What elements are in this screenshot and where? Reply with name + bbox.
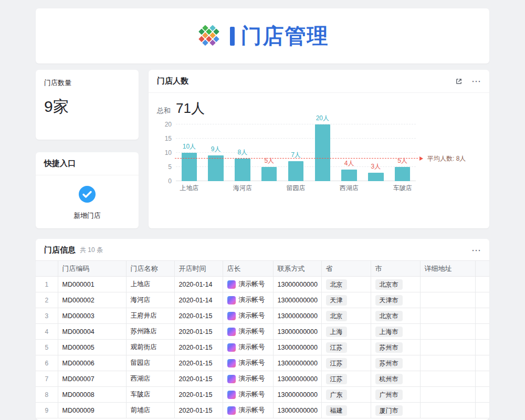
cell-row-index: 8 [36,387,58,403]
cell-extra [475,355,489,371]
bar-观前街店 [315,124,330,181]
manager-name: 演示帐号 [239,327,265,336]
cell-phone: 13000000000 [273,324,321,340]
open-in-new-icon[interactable] [455,77,463,86]
cell-province: 北京 [321,277,371,292]
cell-phone: 13000000000 [273,371,321,387]
bar-slot: 20人 [309,124,336,181]
bar-前埔店 [368,173,383,181]
bar-西湖店 [341,170,356,181]
cell-extra [475,324,489,340]
cell-store-code: MD000003 [58,308,126,324]
province-tag: 北京 [326,311,347,321]
column-header-市: 市 [371,261,420,277]
table-row: 2MD000002海河店2020-01-14演示帐号13000000000天津天… [36,292,489,308]
column-header-extra [475,261,489,277]
cell-city: 广州市 [371,387,420,403]
city-tag: 苏州市 [375,358,403,369]
manager-name: 演示帐号 [239,406,265,415]
header-banner: 门店管理 [36,8,489,64]
cell-address [420,371,475,387]
table-row: 5MD000005观前街店2020-01-15演示帐号13000000000江苏… [36,340,489,355]
cell-province: 北京 [321,308,371,324]
cell-phone: 13000000000 [273,355,321,371]
province-tag: 上海 [326,327,347,337]
cell-province: 广东 [321,387,371,403]
cell-manager: 演示帐号 [223,387,273,403]
cell-manager: 演示帐号 [223,371,273,387]
manager-name: 演示帐号 [239,296,265,304]
bar-王府井店 [208,155,223,181]
province-tag: 江苏 [326,374,347,384]
cell-manager: 演示帐号 [223,277,273,292]
store-count-title: 门店数量 [44,78,130,88]
city-tag: 广州市 [375,390,403,400]
cell-city: 苏州市 [371,355,420,371]
cell-row-index: 6 [36,355,58,371]
table-card-title: 门店信息 [44,245,76,255]
cell-address [420,340,475,355]
cell-address [420,308,475,324]
bar-slot: 5人车陂店 [389,124,416,181]
cell-store-code: MD000001 [58,277,126,292]
x-tick-label: 上地店 [169,184,209,193]
cell-open-date: 2020-01-15 [174,403,223,418]
quick-entry-card: 快捷入口 新增门店 [36,152,139,228]
cell-open-date: 2020-01-14 [174,277,223,292]
province-tag: 广东 [326,390,347,400]
y-tick-label: 5 [158,163,172,171]
chart-more-icon[interactable]: ⋯ [471,77,481,86]
bar-slot: 3人 [362,124,389,181]
bar-slot: 4人西湖店 [336,124,363,181]
manager-avatar [227,406,236,415]
province-tag: 北京 [326,279,347,290]
bar-slot: 8人海河店 [229,124,256,181]
cell-city: 杭州市 [371,371,420,387]
cell-row-index: 1 [36,277,58,292]
cell-store-code: MD000004 [58,324,126,340]
title-accent-bar [230,27,235,46]
cell-address [420,403,475,418]
column-header-门店名称: 门店名称 [126,261,174,277]
cell-address [420,355,475,371]
column-header-门店编码: 门店编码 [58,261,126,277]
cell-store-code: MD000006 [58,355,126,371]
cell-row-index: 5 [36,340,58,355]
manager-name: 演示帐号 [239,343,265,352]
cell-store-code: MD000002 [58,292,126,308]
table-more-icon[interactable]: ⋯ [471,246,481,255]
city-tag: 上海市 [375,327,403,337]
province-tag: 福建 [326,405,347,416]
cell-row-index: 9 [36,403,58,418]
city-tag: 北京市 [375,311,403,321]
average-line-arrow-icon [419,156,423,161]
manager-name: 演示帐号 [239,311,265,320]
cell-phone: 13000000000 [273,277,321,292]
y-tick-label: 20 [158,121,172,128]
sum-value: 71人 [176,99,205,118]
manager-name: 演示帐号 [239,374,265,383]
table-record-count: 共 10 条 [80,246,103,255]
bar-苏州路店 [261,167,277,181]
cell-address [420,277,475,292]
cell-manager: 演示帐号 [223,355,273,371]
cell-store-name: 王府井店 [126,308,174,324]
cell-store-name: 观前街店 [126,340,174,355]
city-tag: 天津市 [375,295,403,306]
cell-open-date: 2020-01-15 [174,355,223,371]
cell-city: 北京市 [371,277,420,292]
cell-extra [475,371,489,387]
cell-row-index: 3 [36,308,58,324]
x-tick-label: 留园店 [276,184,316,193]
cell-phone: 13000000000 [273,403,321,418]
bars-area: 10人上地店9人8人海河店5人7人留园店20人4人西湖店3人5人车陂店 [176,124,416,181]
table-header-row: 门店编码门店名称开店时间店长联系方式省市详细地址 [36,261,489,277]
store-count-value: 9家 [44,96,130,118]
cell-address [420,324,475,340]
cell-province: 江苏 [321,340,371,355]
province-tag: 江苏 [326,342,347,353]
add-store-shortcut[interactable]: 新增门店 [36,175,139,220]
cell-store-name: 车陂店 [126,387,174,403]
cell-address [420,387,475,403]
cell-row-index: 2 [36,292,58,308]
